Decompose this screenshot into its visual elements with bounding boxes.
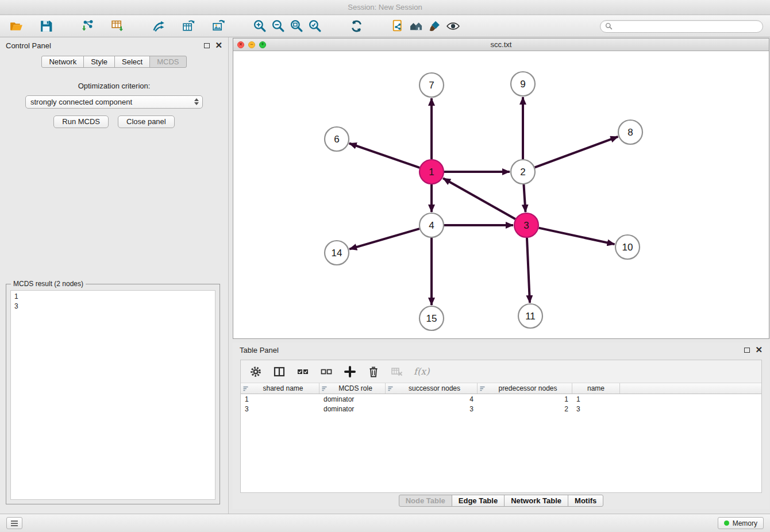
mcds-result-line: 1 [14,292,211,302]
delete-row-button[interactable] [367,365,380,379]
new-table-from-network-button[interactable] [179,17,198,36]
tab-edge-table[interactable]: Edge Table [452,495,505,507]
graph-edge-3-11[interactable] [527,238,530,303]
cell-name[interactable]: 1 [572,395,620,403]
import-network-button[interactable] [78,17,97,36]
graph-edge-4-14[interactable] [349,229,419,249]
tab-network[interactable]: Network [41,56,84,68]
column-header-shared-name[interactable]: shared name [241,383,319,394]
checked-boxes-icon [297,365,309,378]
toolbar-search[interactable] [600,20,763,33]
graph-node-label: 3 [523,220,529,231]
memory-button[interactable]: Memory [718,517,764,529]
float-panel-icon[interactable] [204,43,210,48]
show-panels-button[interactable] [6,517,22,529]
graph-edge-3-10[interactable] [539,228,615,245]
column-header-predecessor-nodes[interactable]: predecessor nodes [478,383,572,394]
close-window-button[interactable]: × [237,41,244,48]
zoom-fit-icon [290,19,304,33]
select-all-button[interactable] [296,365,310,379]
import-table-button[interactable] [108,17,126,36]
column-header-mcds-role[interactable]: MCDS role [319,383,386,394]
table-row[interactable]: 3 dominator 3 2 3 [241,404,761,414]
graph-edge-1-6[interactable] [349,144,419,168]
cell-name[interactable]: 3 [572,405,620,413]
copy-view-button[interactable] [388,17,407,36]
control-panel-header: Control Panel ✕ [0,37,228,53]
tab-select[interactable]: Select [114,56,150,68]
network-window-titlebar: scc.txt × − + [233,38,769,51]
optimization-criterion-value: strongly connected component [30,98,132,106]
zoom-fit-button[interactable] [287,17,306,36]
main-toolbar [0,16,770,37]
run-mcds-button[interactable]: Run MCDS [53,115,109,128]
network-view[interactable]: 7968124314101511 [233,52,769,338]
fork-network-button[interactable] [149,17,168,36]
graph-edge-2-8[interactable] [535,137,618,167]
export-image-button[interactable] [209,17,228,36]
zoom-in-button[interactable] [251,17,269,36]
cell-shared-name[interactable]: 1 [241,395,319,403]
cell-mcds-role[interactable]: dominator [319,405,386,413]
zoom-selected-button[interactable] [306,17,324,36]
minimize-window-button[interactable]: − [248,41,255,48]
float-table-panel-icon[interactable] [744,348,750,353]
plus-icon [344,365,356,378]
tab-style[interactable]: Style [83,56,115,68]
sort-icon [479,385,486,392]
zoom-out-button[interactable] [269,17,287,36]
tab-mcds[interactable]: MCDS [149,56,186,68]
close-table-panel-icon[interactable]: ✕ [755,347,763,353]
cell-mcds-role[interactable]: dominator [319,395,386,403]
column-header-name[interactable]: name [572,383,620,394]
tab-node-table[interactable]: Node Table [399,495,452,507]
save-floppy-icon [39,19,53,33]
network-graph[interactable]: 7968124314101511 [233,52,769,339]
maximize-window-button[interactable]: + [259,41,266,48]
table-row[interactable]: 1 dominator 4 1 1 [241,394,761,404]
mcds-result-list[interactable]: 1 3 [10,290,215,500]
table-settings-button[interactable] [249,365,263,379]
search-icon [605,22,613,30]
tab-network-table[interactable]: Network Table [504,495,568,507]
memory-status-dot [724,521,729,526]
network-window: scc.txt × − + 7968124314101511 [233,38,769,339]
deselect-all-button[interactable] [319,365,333,379]
cell-shared-name[interactable]: 3 [241,405,319,413]
cell-successor-nodes[interactable]: 4 [386,395,478,403]
cell-predecessor-nodes[interactable]: 2 [478,405,572,413]
refresh-icon [349,19,364,33]
optimization-criterion-select[interactable]: strongly connected component [25,95,203,109]
cell-predecessor-nodes[interactable]: 1 [478,395,572,403]
style-brush-button[interactable] [425,17,444,36]
cell-successor-nodes[interactable]: 3 [386,405,478,413]
add-row-button[interactable] [343,365,357,379]
show-details-button[interactable] [444,17,462,36]
save-session-button[interactable] [37,17,55,36]
gear-icon [249,365,262,378]
table-panel-tabs: Node Table Edge Table Network Table Moti… [233,495,769,507]
graph-node-label: 15 [426,313,437,324]
columns-icon [273,365,286,378]
graph-edge-3-1[interactable] [443,178,515,219]
column-header-successor-nodes[interactable]: successor nodes [386,383,478,394]
graph-node-label: 1 [429,167,434,178]
delete-table-disabled-icon [391,365,403,378]
graph-edge-2-3[interactable] [523,184,525,212]
open-session-button[interactable] [7,17,25,36]
zoom-selected-icon [308,19,322,33]
close-panel-icon[interactable]: ✕ [215,43,222,48]
control-panel-tabs: Network Style Select MCDS [0,56,228,68]
table-panel-header: Table Panel ✕ [233,342,769,357]
open-folder-icon [9,19,24,33]
analyzer-button[interactable] [407,17,425,36]
sort-icon [387,385,394,392]
show-columns-button[interactable] [272,365,286,379]
two-houses-icon [409,19,424,33]
close-panel-button[interactable]: Close panel [118,115,175,128]
search-input[interactable] [615,22,758,31]
tab-motifs[interactable]: Motifs [568,495,603,507]
graph-node-label: 8 [627,127,633,138]
table-arrow-icon [182,19,196,33]
refresh-button[interactable] [347,17,365,36]
